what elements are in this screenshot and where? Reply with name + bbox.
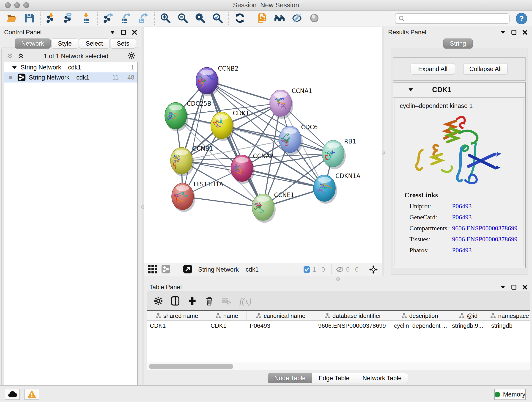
houses-button[interactable]: [272, 12, 287, 25]
export-image-button[interactable]: [136, 12, 150, 25]
network-share-icon[interactable]: [161, 264, 171, 274]
column-header--id[interactable]: @id: [449, 311, 488, 320]
panel-menu-icon[interactable]: [500, 29, 506, 35]
hidden-eye-icon[interactable]: [336, 265, 344, 274]
zoom-selected-icon: [212, 13, 223, 25]
panel-float-icon[interactable]: [120, 29, 127, 35]
panel-float-icon[interactable]: [511, 284, 517, 290]
table-row[interactable]: CDK1CDK1P064939606.ENSP00000378699cyclin…: [147, 321, 530, 331]
search-box[interactable]: [395, 13, 510, 24]
tab-node-table[interactable]: Node Table: [268, 373, 312, 383]
panel-close-icon[interactable]: [132, 29, 138, 35]
import-network-button[interactable]: [44, 12, 58, 25]
left-splitter[interactable]: [142, 27, 144, 385]
protein-description: cyclin–dependent kinase 1: [395, 99, 524, 109]
section-collapse-icon[interactable]: [408, 87, 414, 92]
crosslinks-title: CrossLinks: [404, 191, 524, 199]
panel-close-icon[interactable]: [522, 29, 528, 35]
network-edge[interactable]: [207, 81, 263, 207]
create-column-icon[interactable]: [186, 295, 198, 307]
column-header-name[interactable]: name: [207, 311, 247, 320]
table-cell: 9606.ENSP00000378699: [315, 321, 391, 331]
zoom-out-button[interactable]: [176, 12, 190, 25]
function-builder-fx[interactable]: f(x): [239, 296, 252, 306]
crosslink-link[interactable]: 9606.ENSP00000378699: [452, 236, 517, 243]
network-options-gear-icon[interactable]: [127, 51, 136, 61]
tab-sets[interactable]: Sets: [110, 38, 136, 49]
network-graph[interactable]: CCNB2CCNA1CDC25BCDK1CDC6RB1CCNB1CCNA2CDK…: [144, 27, 382, 263]
column-header-description[interactable]: description: [391, 311, 449, 320]
tab-network-table[interactable]: Network Table: [356, 373, 408, 383]
search-input[interactable]: [407, 15, 506, 22]
network-edge[interactable]: [183, 81, 207, 196]
cloud-icon: [7, 391, 17, 398]
horizontal-splitter-handle[interactable]: [336, 277, 340, 281]
import-table-button[interactable]: [79, 12, 93, 25]
table-panel: Table Panel f(x): [144, 282, 532, 385]
network-collection-row[interactable]: String Network – cdk1 1: [4, 62, 138, 72]
crosslink-link[interactable]: P06493: [452, 203, 472, 210]
column-header-canonical-name[interactable]: canonical name: [247, 311, 315, 320]
export-network-button[interactable]: [101, 12, 115, 25]
open-button[interactable]: [5, 12, 19, 25]
network-edge-count: 48: [127, 74, 134, 81]
clear-table-icon[interactable]: [220, 295, 232, 307]
help-button[interactable]: ?: [515, 13, 527, 25]
table-horizontal-scrollbar[interactable]: [147, 363, 530, 370]
document-share-button[interactable]: [255, 12, 269, 25]
fit-content-crosshair-icon[interactable]: [369, 265, 378, 274]
panel-close-icon[interactable]: [522, 284, 528, 290]
panel-menu-icon[interactable]: [500, 284, 506, 290]
node-table: shared namenamecanonical namedatabase id…: [147, 310, 530, 370]
column-type-icon: [215, 313, 221, 319]
open-in-new-window-icon[interactable]: [183, 264, 193, 274]
expand-all-icon[interactable]: [17, 53, 25, 60]
delete-column-trash-icon[interactable]: [203, 295, 215, 307]
cdk1-section-header[interactable]: CDK1: [393, 83, 525, 98]
table-tabs: Node TableEdge TableNetwork Table: [144, 373, 532, 383]
network-canvas[interactable]: CCNB2CCNA1CDC25BCDK1CDC6RB1CCNB1CCNA2CDK…: [144, 27, 382, 276]
crosslink-link[interactable]: 9606.ENSP00000378699: [452, 225, 517, 232]
zoom-in-button[interactable]: [158, 12, 172, 25]
zoom-fit-button[interactable]: [193, 12, 207, 25]
node-label-rb1: RB1: [344, 138, 356, 145]
panel-float-icon[interactable]: [511, 29, 517, 35]
network-row-selected[interactable]: String Network – cdk1 11 48: [4, 72, 138, 83]
node-label-hist1h1a: HIST1H1A: [194, 181, 223, 188]
eye-slash-icon: [291, 13, 302, 25]
crosslink-link[interactable]: P06493: [452, 214, 472, 221]
eye-button[interactable]: [307, 12, 322, 25]
birds-eye-grid-icon[interactable]: [148, 264, 158, 274]
right-splitter[interactable]: [382, 27, 384, 276]
crosslink-label: Compartments:: [409, 225, 452, 232]
table-cell: CDK1: [207, 321, 247, 331]
zoom-selected-button[interactable]: [210, 12, 225, 25]
column-header-shared-name[interactable]: shared name: [147, 311, 207, 320]
collapse-all-button[interactable]: Collapse All: [463, 63, 508, 75]
show-columns-icon[interactable]: [169, 295, 181, 307]
collapse-all-icon[interactable]: [6, 53, 14, 60]
export-table-button[interactable]: [119, 12, 133, 25]
cloud-status-button[interactable]: [5, 389, 20, 400]
table-settings-gear-icon[interactable]: [152, 295, 164, 307]
column-header-namespace[interactable]: namespace: [488, 311, 530, 320]
tab-edge-table[interactable]: Edge Table: [312, 373, 356, 383]
scrollbar-thumb[interactable]: [149, 364, 233, 369]
tree-expand-icon[interactable]: [12, 65, 17, 70]
panel-menu-icon[interactable]: [109, 29, 115, 35]
tab-string[interactable]: String: [443, 38, 473, 49]
expand-all-button[interactable]: Expand All: [411, 63, 455, 75]
warnings-button[interactable]: [25, 389, 39, 400]
column-header-database-identifier[interactable]: database identifier: [315, 311, 391, 320]
crosslink-link[interactable]: P06493: [452, 247, 472, 254]
zoom-in-icon: [160, 13, 171, 25]
tab-network[interactable]: Network: [15, 38, 51, 49]
memory-button[interactable]: Memory: [494, 389, 526, 400]
eye-slash-button[interactable]: [290, 12, 304, 25]
save-button[interactable]: [22, 12, 36, 25]
selected-checkbox-icon[interactable]: [303, 266, 310, 273]
refresh-button[interactable]: [233, 12, 247, 25]
tab-style[interactable]: Style: [51, 38, 78, 49]
tab-select[interactable]: Select: [79, 38, 109, 49]
import-database-button[interactable]: [62, 12, 76, 25]
